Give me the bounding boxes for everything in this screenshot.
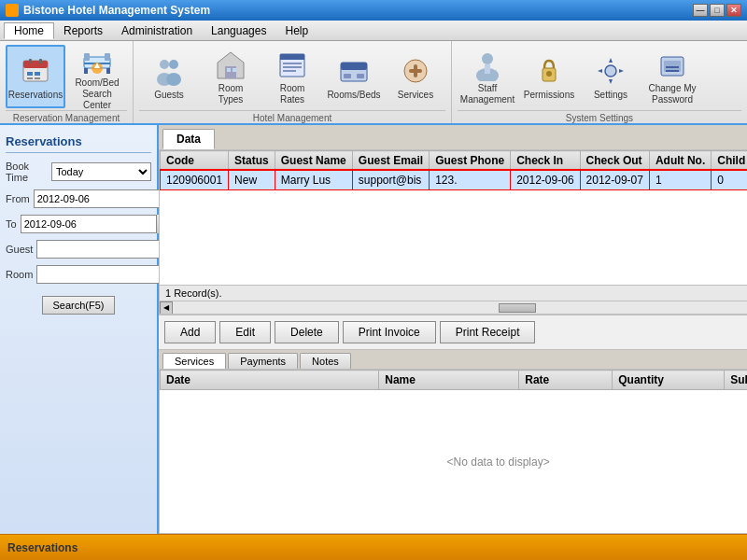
scroll-thumb[interactable] bbox=[499, 303, 536, 313]
svg-point-39 bbox=[546, 71, 552, 77]
svg-rect-3 bbox=[35, 72, 40, 76]
reservations-table: Code Status Guest Name Guest Email Guest… bbox=[160, 150, 747, 190]
guest-input[interactable] bbox=[36, 240, 173, 259]
room-rates-icon bbox=[275, 49, 309, 81]
sub-col-quantity: Quantity bbox=[613, 371, 725, 390]
room-input[interactable] bbox=[36, 265, 173, 284]
svg-point-40 bbox=[605, 65, 616, 77]
from-label: From bbox=[6, 193, 30, 204]
toolbar-btn-permissions[interactable]: Permissions bbox=[519, 45, 579, 108]
change-pwd-label: Change MyPassword bbox=[648, 83, 696, 105]
change-pwd-icon bbox=[655, 49, 689, 81]
menu-home[interactable]: Home bbox=[4, 22, 54, 39]
horizontal-scrollbar[interactable]: ◀ ▶ bbox=[160, 301, 747, 314]
cell-check-out: 2012-09-07 bbox=[580, 171, 649, 190]
record-count: 1 Record(s). bbox=[160, 285, 747, 301]
svg-rect-13 bbox=[106, 68, 110, 74]
menu-languages[interactable]: Languages bbox=[202, 22, 275, 39]
toolbar-btn-room-types[interactable]: RoomTypes bbox=[201, 45, 261, 108]
permissions-icon bbox=[532, 54, 566, 88]
print-receipt-button[interactable]: Print Receipt bbox=[440, 321, 536, 343]
svg-rect-5 bbox=[35, 77, 40, 79]
toolbar-btn-change-pwd[interactable]: Change MyPassword bbox=[642, 45, 702, 108]
room-label: Room bbox=[6, 269, 33, 280]
cell-guest-phone: 123. bbox=[430, 171, 511, 190]
toolbar-section-hotel: Guests RoomTypes bbox=[134, 41, 452, 123]
svg-rect-37 bbox=[485, 64, 490, 74]
menu-administration[interactable]: Administration bbox=[112, 22, 202, 39]
svg-rect-25 bbox=[283, 63, 302, 64]
svg-rect-4 bbox=[27, 77, 33, 79]
sub-tab-notes[interactable]: Notes bbox=[300, 353, 351, 369]
no-data-text: <No data to display> bbox=[160, 390, 747, 533]
main-layout: Reservations Book Time Today This Week T… bbox=[0, 125, 747, 534]
svg-rect-24 bbox=[280, 54, 304, 60]
search-button[interactable]: Search(F5) bbox=[42, 296, 114, 315]
close-button[interactable]: ✕ bbox=[726, 4, 741, 17]
sub-col-name: Name bbox=[379, 371, 519, 390]
reservations-label: Reservations bbox=[8, 90, 63, 101]
toolbar-btn-room-bed[interactable]: Room/BedSearch Center bbox=[67, 45, 127, 108]
edit-button[interactable]: Edit bbox=[219, 321, 271, 343]
sub-tab-payments[interactable]: Payments bbox=[228, 353, 298, 369]
minimize-button[interactable]: — bbox=[693, 4, 708, 17]
room-types-icon bbox=[214, 49, 247, 81]
from-input[interactable]: 2012-09-06 bbox=[34, 189, 169, 208]
book-time-label: Book Time bbox=[6, 161, 48, 183]
svg-rect-29 bbox=[341, 63, 367, 70]
toolbar-btn-services[interactable]: Services bbox=[386, 45, 445, 108]
svg-rect-21 bbox=[227, 68, 231, 72]
to-row: To 2012-09-06 ▼ bbox=[6, 215, 151, 233]
svg-point-16 bbox=[169, 60, 178, 69]
toolbar-btn-rooms-beds[interactable]: Rooms/Beds bbox=[324, 45, 384, 108]
delete-button[interactable]: Delete bbox=[275, 321, 339, 343]
reservation-section-label: Reservation Management bbox=[6, 110, 127, 123]
reservations-icon bbox=[19, 54, 52, 88]
menu-reports[interactable]: Reports bbox=[54, 22, 112, 39]
to-input-wrapper: 2012-09-06 ▼ bbox=[21, 215, 171, 233]
sub-col-rate: Rate bbox=[519, 371, 613, 390]
toolbar-btn-room-rates[interactable]: RoomRates bbox=[262, 45, 322, 108]
svg-rect-30 bbox=[344, 74, 351, 78]
maximize-button[interactable]: □ bbox=[710, 4, 725, 17]
svg-rect-34 bbox=[414, 64, 417, 77]
toolbar-btn-settings[interactable]: Settings bbox=[581, 45, 641, 108]
svg-rect-2 bbox=[27, 72, 33, 76]
room-bed-label: Room/BedSearch Center bbox=[70, 77, 124, 111]
toolbar-btn-guests[interactable]: Guests bbox=[139, 45, 199, 108]
toolbar-section-reservation: Reservations Room/BedSearch Center bbox=[0, 41, 134, 123]
window-controls: — □ ✕ bbox=[693, 4, 741, 17]
sub-col-date: Date bbox=[161, 371, 379, 390]
to-label: To bbox=[6, 218, 17, 230]
to-input[interactable]: 2012-09-06 bbox=[21, 215, 156, 233]
cell-guest-email: support@bis bbox=[352, 171, 429, 190]
scroll-track bbox=[175, 303, 747, 313]
data-area: Code Status Guest Name Guest Email Guest… bbox=[159, 149, 747, 315]
cell-check-in: 2012-09-06 bbox=[511, 171, 580, 190]
sub-tab-services[interactable]: Services bbox=[162, 353, 226, 369]
table-header-row: Code Status Guest Name Guest Email Guest… bbox=[161, 151, 748, 171]
staff-icon bbox=[471, 49, 504, 81]
book-time-row: Book Time Today This Week This Month bbox=[6, 161, 151, 183]
toolbar: Reservations Room/BedSearch Center bbox=[0, 41, 747, 125]
app-icon bbox=[6, 4, 19, 17]
add-button[interactable]: Add bbox=[164, 321, 216, 343]
scroll-left-btn[interactable]: ◀ bbox=[160, 301, 173, 315]
col-check-in: Check In bbox=[511, 151, 580, 171]
room-bed-icon bbox=[80, 44, 114, 76]
system-buttons: StaffManagement Permissions bbox=[458, 45, 702, 108]
toolbar-btn-staff[interactable]: StaffManagement bbox=[458, 45, 517, 108]
book-time-select[interactable]: Today This Week This Month bbox=[51, 162, 151, 181]
guest-row: Guest bbox=[6, 240, 151, 259]
toolbar-btn-reservations[interactable]: Reservations bbox=[6, 45, 65, 108]
tab-data[interactable]: Data bbox=[162, 129, 215, 149]
cell-adult-no: 1 bbox=[649, 171, 711, 190]
menu-help[interactable]: Help bbox=[275, 22, 317, 39]
col-guest-phone: Guest Phone bbox=[430, 151, 511, 171]
svg-rect-43 bbox=[666, 70, 679, 72]
print-invoice-button[interactable]: Print Invoice bbox=[343, 321, 436, 343]
table-row[interactable]: 120906001 New Marry Lus support@bis 123.… bbox=[161, 171, 748, 190]
room-rates-label: RoomRates bbox=[280, 83, 305, 105]
cell-child-no: 0 bbox=[712, 171, 747, 190]
col-child-no: Child No. bbox=[712, 151, 747, 171]
